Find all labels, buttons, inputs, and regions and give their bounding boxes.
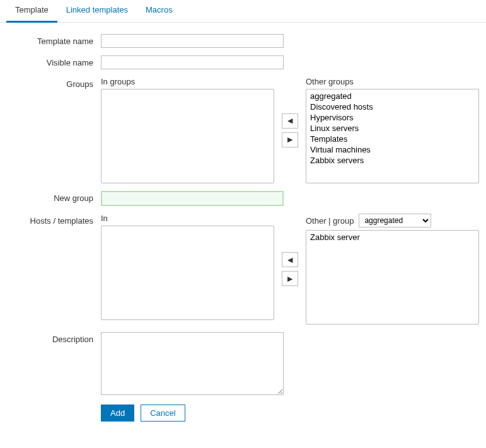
- label-hosts-templates: Hosts / templates: [6, 214, 101, 325]
- label-groups: Groups: [6, 77, 101, 183]
- in-hosts-list[interactable]: [101, 226, 274, 320]
- label-other-group-filter: Other | group: [306, 216, 354, 226]
- description-textarea[interactable]: [101, 332, 284, 395]
- move-left-hosts-button[interactable]: ◀: [282, 252, 298, 267]
- label-in-hosts: In: [101, 214, 274, 223]
- visible-name-input[interactable]: [101, 55, 284, 69]
- label-new-group: New group: [6, 191, 101, 206]
- move-right-groups-button[interactable]: ▶: [282, 132, 298, 147]
- new-group-input[interactable]: [101, 191, 284, 206]
- cancel-button[interactable]: Cancel: [141, 405, 185, 422]
- add-button[interactable]: Add: [101, 405, 134, 422]
- in-groups-list[interactable]: [101, 89, 274, 183]
- other-group-filter-select[interactable]: aggregated: [359, 214, 431, 227]
- label-other-groups: Other groups: [306, 77, 479, 86]
- other-hosts-list[interactable]: Zabbix server: [306, 230, 479, 325]
- tabs-bar: Template Linked templates Macros: [0, 0, 486, 23]
- move-right-hosts-button[interactable]: ▶: [282, 271, 298, 286]
- label-visible-name: Visible name: [6, 55, 101, 69]
- tab-template[interactable]: Template: [6, 0, 57, 23]
- other-groups-list[interactable]: aggregatedDiscovered hostsHypervisorsLin…: [306, 89, 479, 183]
- label-in-groups: In groups: [101, 77, 274, 86]
- template-name-input[interactable]: [101, 34, 284, 48]
- tab-macros[interactable]: Macros: [137, 0, 182, 22]
- move-left-groups-button[interactable]: ◀: [282, 113, 298, 129]
- label-description: Description: [6, 332, 101, 397]
- tab-linked-templates[interactable]: Linked templates: [57, 0, 137, 22]
- label-template-name: Template name: [6, 34, 101, 48]
